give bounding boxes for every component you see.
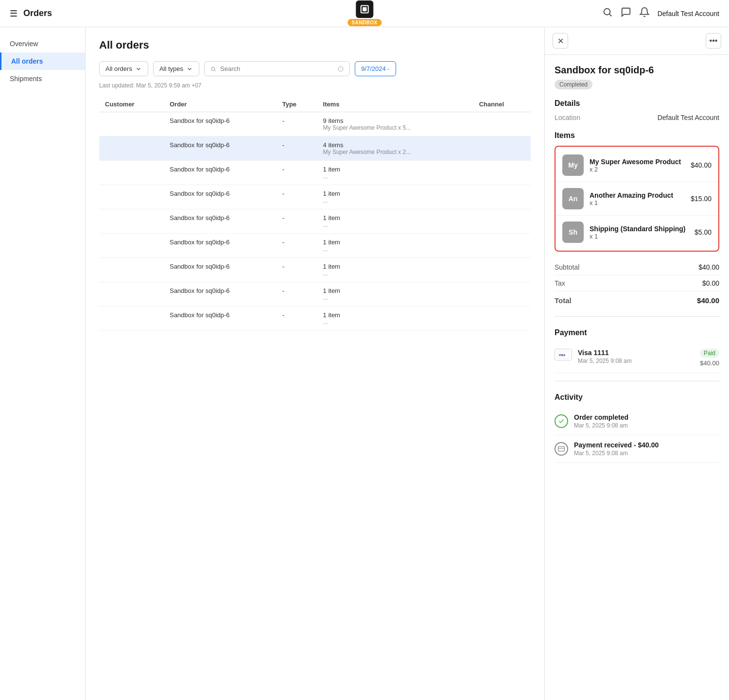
cell-order: Sandbox for sq0idp-6 xyxy=(164,185,277,209)
cell-channel xyxy=(473,307,531,331)
chat-icon[interactable] xyxy=(621,7,631,20)
table-row[interactable]: Sandbox for sq0idp-6 - 1 item ... xyxy=(99,258,531,282)
payment-date: Mar 5, 2025 9:08 am xyxy=(578,358,694,364)
grand-total-row: Total $40.00 xyxy=(555,291,719,308)
item-price: $15.00 xyxy=(691,195,712,203)
search-input-icon xyxy=(210,66,216,72)
detail-header: ✕ ••• xyxy=(545,27,729,55)
table-row[interactable]: Sandbox for sq0idp-6 - 4 items My Super … xyxy=(99,137,531,161)
cell-customer xyxy=(99,209,164,234)
detail-order-title: Sandbox for sq0idp-6 xyxy=(555,65,719,76)
detail-item-row: Sh Shipping (Standard Shipping) x 1 $5.0… xyxy=(555,216,718,249)
cell-channel xyxy=(473,185,531,209)
detail-close-button[interactable]: ✕ xyxy=(553,33,568,49)
search-box xyxy=(204,61,350,76)
svg-line-3 xyxy=(609,14,611,16)
cell-items: 9 items My Super Awesome Product x 5... xyxy=(317,112,473,137)
orders-table: Customer Order Type Items Channel Sandbo… xyxy=(99,97,531,331)
col-order: Order xyxy=(164,97,277,112)
hamburger-icon[interactable]: ☰ xyxy=(10,8,17,19)
table-row[interactable]: Sandbox for sq0idp-6 - 1 item ... xyxy=(99,209,531,234)
items-section: Items My My Super Awesome Product x 2 $4… xyxy=(555,131,719,252)
cell-customer xyxy=(99,161,164,185)
detail-item-row: My My Super Awesome Product x 2 $40.00 xyxy=(555,149,718,182)
col-items: Items xyxy=(317,97,473,112)
subtotal-label: Subtotal xyxy=(555,263,579,271)
filter-all-types-button[interactable]: All types xyxy=(153,61,199,76)
cell-customer xyxy=(99,258,164,282)
payment-amount: $40.00 xyxy=(700,359,719,367)
item-avatar: An xyxy=(562,188,584,209)
table-row[interactable]: Sandbox for sq0idp-6 - 9 items My Super … xyxy=(99,112,531,137)
sidebar-item-shipments[interactable]: Shipments xyxy=(0,70,85,87)
tax-row: Tax $0.00 xyxy=(555,275,719,291)
cell-items: 1 item ... xyxy=(317,307,473,331)
location-label: Location xyxy=(555,114,580,121)
paid-badge: Paid xyxy=(700,349,719,358)
cell-items: 1 item ... xyxy=(317,282,473,307)
main-content: All orders All orders All types xyxy=(86,27,544,700)
subtotal-value: $40.00 xyxy=(698,263,719,271)
cell-customer xyxy=(99,282,164,307)
search-input[interactable] xyxy=(220,65,334,72)
sidebar-item-overview[interactable]: Overview xyxy=(0,35,85,52)
search-info-icon xyxy=(338,66,344,72)
cell-order: Sandbox for sq0idp-6 xyxy=(164,209,277,234)
cell-order: Sandbox for sq0idp-6 xyxy=(164,112,277,137)
cell-order: Sandbox for sq0idp-6 xyxy=(164,307,277,331)
location-value: Default Test Account xyxy=(658,114,719,121)
item-name: My Super Awesome Product xyxy=(590,158,685,166)
activity-section: Activity Order completed Mar 5, 2025 9:0… xyxy=(555,393,719,463)
activity-title: Payment received - $40.00 xyxy=(574,441,719,449)
item-qty: x 1 xyxy=(590,199,685,206)
filters-row: All orders All types 9/7/2024 - xyxy=(99,61,531,76)
cell-customer xyxy=(99,234,164,258)
date-filter-button[interactable]: 9/7/2024 - xyxy=(355,61,396,76)
cell-items: 4 items My Super Awesome Product x 2... xyxy=(317,137,473,161)
cell-type: - xyxy=(277,307,317,331)
cell-order: Sandbox for sq0idp-6 xyxy=(164,258,277,282)
sidebar-item-all-orders[interactable]: All orders xyxy=(0,52,85,70)
filter-all-orders-button[interactable]: All orders xyxy=(99,61,148,76)
bell-icon[interactable] xyxy=(639,7,650,20)
col-customer: Customer xyxy=(99,97,164,112)
cell-order: Sandbox for sq0idp-6 xyxy=(164,161,277,185)
svg-point-4 xyxy=(211,67,215,70)
table-row[interactable]: Sandbox for sq0idp-6 - 1 item ... xyxy=(99,185,531,209)
item-avatar: My xyxy=(562,154,584,176)
cell-items: 1 item ... xyxy=(317,185,473,209)
cell-customer xyxy=(99,112,164,137)
item-price: $5.00 xyxy=(694,228,712,236)
cell-type: - xyxy=(277,161,317,185)
cell-channel xyxy=(473,209,531,234)
details-section: Details Location Default Test Account xyxy=(555,99,719,121)
cell-channel xyxy=(473,161,531,185)
tax-label: Tax xyxy=(555,279,565,287)
detail-item-row: An Another Amazing Product x 1 $15.00 xyxy=(555,182,718,216)
item-qty: x 1 xyxy=(590,233,689,240)
top-nav: ☰ Orders SANDBOX Default Test Accou xyxy=(0,0,729,27)
cell-type: - xyxy=(277,258,317,282)
item-info: Another Amazing Product x 1 xyxy=(590,191,685,206)
table-row[interactable]: Sandbox for sq0idp-6 - 1 item ... xyxy=(99,307,531,331)
total-label: Total xyxy=(555,296,572,305)
svg-text:VISA: VISA xyxy=(558,354,566,357)
payment-right: Paid $40.00 xyxy=(700,349,719,367)
detail-more-button[interactable]: ••• xyxy=(706,33,721,49)
table-row[interactable]: Sandbox for sq0idp-6 - 1 item ... xyxy=(99,234,531,258)
total-value: $40.00 xyxy=(697,296,719,305)
table-row[interactable]: Sandbox for sq0idp-6 - 1 item ... xyxy=(99,282,531,307)
payment-section-title: Payment xyxy=(555,328,719,337)
item-avatar: Sh xyxy=(562,222,584,243)
visa-card-icon: VISA xyxy=(555,349,572,360)
search-icon[interactable] xyxy=(602,7,613,20)
table-row[interactable]: Sandbox for sq0idp-6 - 1 item ... xyxy=(99,161,531,185)
divider-payment xyxy=(555,316,719,317)
cell-customer xyxy=(99,185,164,209)
item-info: My Super Awesome Product x 2 xyxy=(590,158,685,173)
cell-order: Sandbox for sq0idp-6 xyxy=(164,234,277,258)
square-logo xyxy=(356,0,373,18)
detail-panel: ✕ ••• Sandbox for sq0idp-6 Completed Det… xyxy=(544,27,729,700)
cell-items: 1 item ... xyxy=(317,234,473,258)
cell-items: 1 item ... xyxy=(317,258,473,282)
